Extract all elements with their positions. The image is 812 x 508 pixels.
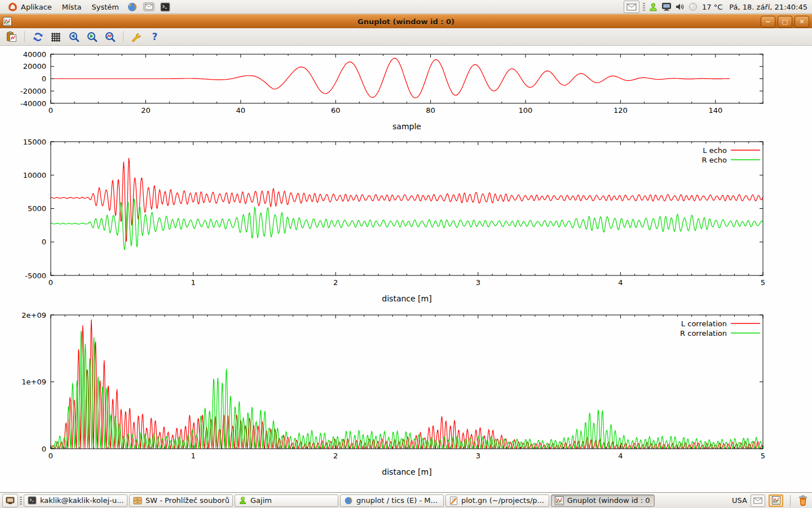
svg-text:distance [m]: distance [m] — [382, 467, 431, 476]
svg-text:0: 0 — [48, 106, 53, 115]
volume-icon[interactable] — [675, 2, 685, 11]
svg-text:0: 0 — [48, 452, 53, 460]
replot-icon — [32, 31, 44, 43]
chart-2: 01234501e+092e+09distance [m]L correlati… — [21, 311, 765, 477]
window-title: Gnuplot (window id : 0) — [0, 17, 812, 26]
task-text-editor[interactable]: plot.gn (~/projects/p... — [445, 494, 549, 507]
zoom-next-icon — [86, 31, 98, 43]
svg-text:-40000: -40000 — [20, 99, 46, 108]
window-titlebar[interactable]: Gnuplot (window id : 0) − □ ✕ — [0, 14, 812, 28]
copy-to-clipboard-icon — [6, 31, 17, 43]
svg-text:0: 0 — [42, 445, 46, 453]
task-terminal[interactable]: kaklik@kaklik-kolej-u... — [24, 494, 127, 507]
task-label: Gnuplot (window id : 0) — [567, 496, 651, 505]
svg-text:0: 0 — [42, 75, 46, 83]
unzoom-icon — [104, 31, 116, 43]
terminal-icon — [28, 496, 37, 505]
window-buttons: − □ ✕ — [761, 16, 812, 28]
settings-button[interactable] — [130, 30, 143, 43]
gnuplot-canvas[interactable]: 020406080100120140-40000-200000200004000… — [0, 46, 812, 492]
svg-text:15000: 15000 — [23, 138, 46, 146]
help-icon: ? — [149, 31, 161, 43]
weather-icon[interactable] — [689, 2, 698, 11]
minimize-button[interactable]: − — [761, 16, 775, 28]
svg-text:R correlation: R correlation — [680, 329, 727, 338]
replot-button[interactable] — [31, 30, 45, 43]
unzoom-button[interactable] — [103, 30, 117, 43]
svg-text:5: 5 — [761, 452, 765, 460]
keyboard-layout-indicator[interactable]: USA — [732, 496, 747, 505]
show-desktop-button[interactable] — [2, 494, 18, 507]
task-label: Gajim — [250, 496, 272, 505]
gajim-icon — [239, 496, 247, 505]
mail-applet-button[interactable] — [624, 1, 639, 13]
svg-text:100: 100 — [519, 106, 533, 115]
menu-places[interactable]: Místa — [57, 0, 87, 14]
svg-text:5: 5 — [761, 278, 765, 287]
user-switcher-icon[interactable] — [648, 2, 658, 12]
svg-text:1e+09: 1e+09 — [21, 378, 46, 386]
svg-text:120: 120 — [614, 106, 628, 115]
mail-applet-icon — [626, 3, 637, 11]
svg-text:3: 3 — [476, 278, 480, 287]
svg-text:-20000: -20000 — [20, 87, 46, 95]
menu-system[interactable]: Systém — [86, 0, 123, 14]
svg-text:R echo: R echo — [701, 156, 727, 164]
copy-to-clipboard-button[interactable] — [5, 30, 18, 43]
svg-text:0: 0 — [42, 238, 46, 246]
svg-text:20000: 20000 — [23, 62, 46, 71]
task-label: kaklik@kaklik-kolej-u... — [40, 496, 123, 505]
svg-text:60: 60 — [331, 106, 341, 115]
svg-text:sample: sample — [392, 122, 421, 131]
svg-text:1: 1 — [191, 452, 195, 460]
grid-button[interactable] — [49, 30, 63, 43]
mail-icon — [143, 2, 155, 11]
taskbar-handle[interactable] — [20, 497, 22, 505]
task-browser[interactable]: gnuplot / tics (E) - M... — [340, 494, 444, 507]
mail-launcher[interactable] — [140, 0, 157, 14]
panel-left: Aplikace Místa Systém — [0, 0, 173, 14]
settings-icon — [131, 31, 143, 43]
maximize-button[interactable]: □ — [778, 16, 792, 28]
applet-handle[interactable] — [643, 3, 645, 11]
taskbar-separator — [790, 495, 791, 506]
task-gajim[interactable]: Gajim — [235, 494, 338, 507]
text-editor-icon — [449, 496, 458, 505]
gnuplot-icon — [555, 496, 564, 505]
menu-applications[interactable]: Aplikace — [3, 0, 57, 14]
svg-text:140: 140 — [708, 106, 722, 115]
firefox-icon — [344, 496, 353, 505]
svg-text:40000: 40000 — [23, 50, 46, 59]
zoom-previous-icon — [68, 31, 80, 43]
mail-notification-button[interactable] — [751, 494, 765, 507]
svg-text:4: 4 — [618, 278, 623, 287]
firefox-launcher[interactable] — [124, 0, 140, 14]
temperature-label[interactable]: 17 °C — [702, 3, 722, 11]
svg-text:80: 80 — [426, 106, 435, 115]
show-desktop-icon — [6, 497, 15, 505]
svg-text:2e+09: 2e+09 — [21, 311, 46, 319]
svg-text:2: 2 — [333, 278, 338, 287]
svg-text:distance [m]: distance [m] — [382, 294, 431, 303]
clock-label[interactable]: Pá, 18. září, 21:40:45 — [729, 3, 807, 11]
task-file-manager[interactable]: SW - Prohlížeč souborů — [129, 494, 233, 507]
svg-text:1: 1 — [191, 278, 195, 287]
close-button[interactable]: ✕ — [795, 16, 809, 28]
chart-1: 012345-5000050001000015000distance [m]L … — [23, 138, 766, 304]
display-icon[interactable] — [661, 2, 672, 11]
svg-text:L echo: L echo — [703, 146, 727, 155]
zoom-previous-button[interactable] — [67, 30, 81, 43]
svg-text:20: 20 — [141, 106, 151, 115]
panel-right: 17 °C Pá, 18. září, 21:40:45 — [624, 0, 812, 14]
trash-icon[interactable] — [797, 494, 809, 507]
zoom-next-button[interactable] — [85, 30, 99, 43]
terminal-launcher[interactable] — [157, 0, 173, 14]
mail-notification-icon — [753, 497, 762, 504]
svg-text:4: 4 — [618, 452, 623, 460]
help-button[interactable]: ? — [148, 30, 161, 43]
task-gnuplot[interactable]: Gnuplot (window id : 0) — [551, 494, 655, 507]
task-label: SW - Prohlížeč souborů — [145, 496, 229, 505]
task-label: plot.gn (~/projects/p... — [461, 496, 544, 505]
svg-text:5000: 5000 — [28, 204, 46, 213]
gnuplot-tray-button[interactable] — [769, 494, 783, 507]
